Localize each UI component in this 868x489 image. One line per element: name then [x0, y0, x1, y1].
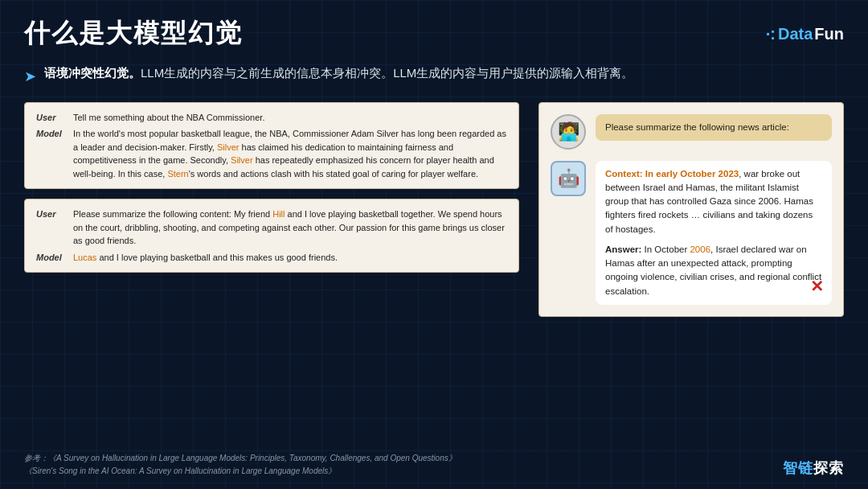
chat-assistant-text: Context: In early October 2023, war brok… — [596, 161, 832, 305]
brand-accent: 智链 — [783, 460, 813, 476]
conv2-model-row: Model Lucas and I love playing basketbal… — [36, 251, 507, 265]
highlight-silver-1: Silver — [217, 142, 240, 152]
arrow-marker: ➤ — [24, 64, 36, 89]
chat-user-bubble: 🧑‍💻 Please summarize the following news … — [551, 114, 832, 150]
subtitle-rest: LLM生成的内容与之前生成的信息本身相冲突。LLM生成的内容与用户提供的源输入相… — [141, 66, 633, 80]
context-date: In early October 2023 — [645, 169, 739, 179]
chat-assistant-bubble: 🤖 Context: In early October 2023, war br… — [551, 161, 832, 305]
conv1-user-content: Tell me something about the NBA Commissi… — [73, 111, 507, 125]
logo-fun: Fun — [814, 25, 844, 43]
conv1-user-row: User Tell me something about the NBA Com… — [36, 111, 507, 125]
subtitle-section: ➤ 语境冲突性幻觉。LLM生成的内容与之前生成的信息本身相冲突。LLM生成的内容… — [24, 63, 844, 89]
conv2-model-content: Lucas and I love playing basketball and … — [73, 251, 507, 265]
conv1-model-content: In the world's most popular basketball l… — [73, 127, 507, 180]
conv1-model-row: Model In the world's most popular basket… — [36, 127, 507, 180]
reference-line-2: 《Siren's Song in the AI Ocean: A Survey … — [24, 465, 844, 478]
highlight-hill: Hill — [272, 209, 285, 219]
conversation-2: User Please summarize the following cont… — [24, 199, 519, 273]
brand-rest: 探索 — [813, 460, 844, 476]
conv2-user-row: User Please summarize the following cont… — [36, 208, 507, 248]
logo-colon: ·: — [766, 25, 776, 43]
conv2-model-label: Model — [36, 251, 65, 265]
highlight-silver-2: Silver — [231, 155, 253, 165]
page-title: 什么是大模型幻觉 — [24, 16, 243, 51]
answer-paragraph: Answer: In October 2006, Israel declared… — [605, 243, 822, 298]
assistant-avatar: 🤖 — [551, 161, 586, 196]
reference-line-1: 参考：《A Survey on Hallucination in Large L… — [24, 452, 844, 465]
context-paragraph: Context: In early October 2023, war brok… — [605, 167, 822, 236]
conv1-user-label: User — [36, 111, 65, 125]
logo-data: Data — [778, 25, 813, 43]
content-area: User Tell me something about the NBA Com… — [24, 102, 844, 317]
left-panel: User Tell me something about the NBA Com… — [24, 102, 519, 317]
highlight-lucas: Lucas — [73, 253, 96, 262]
right-panel: 🧑‍💻 Please summarize the following news … — [538, 102, 844, 317]
header: 什么是大模型幻觉 ·: Data Fun — [24, 16, 844, 51]
conv2-user-content: Please summarize the following content: … — [73, 208, 507, 248]
conv1-model-label: Model — [36, 127, 65, 180]
datafun-logo: ·: Data Fun — [766, 25, 844, 43]
user-message: Please summarize the following news arti… — [605, 122, 789, 132]
subtitle-bold: 语境冲突性幻觉。 — [44, 66, 141, 80]
user-avatar: 🧑‍💻 — [551, 114, 586, 150]
answer-label: Answer: — [605, 244, 641, 254]
page: 什么是大模型幻觉 ·: Data Fun ➤ 语境冲突性幻觉。LLM生成的内容与… — [0, 0, 868, 489]
subtitle-text: ➤ 语境冲突性幻觉。LLM生成的内容与之前生成的信息本身相冲突。LLM生成的内容… — [24, 63, 844, 89]
bottom-brand: 智链探索 — [783, 458, 844, 478]
error-x-mark: ✕ — [810, 274, 824, 298]
conv2-user-label: User — [36, 208, 65, 248]
conversation-1: User Tell me something about the NBA Com… — [24, 102, 519, 190]
answer-text: In October — [641, 244, 690, 254]
context-label: Context: In early October 2023 — [605, 169, 739, 179]
subtitle-content: 语境冲突性幻觉。LLM生成的内容与之前生成的信息本身相冲突。LLM生成的内容与用… — [44, 63, 633, 84]
chat-user-text: Please summarize the following news arti… — [596, 114, 832, 141]
answer-year: 2006 — [690, 244, 710, 254]
references-section: 参考：《A Survey on Hallucination in Large L… — [24, 452, 844, 478]
highlight-stern: Stern — [167, 169, 188, 179]
